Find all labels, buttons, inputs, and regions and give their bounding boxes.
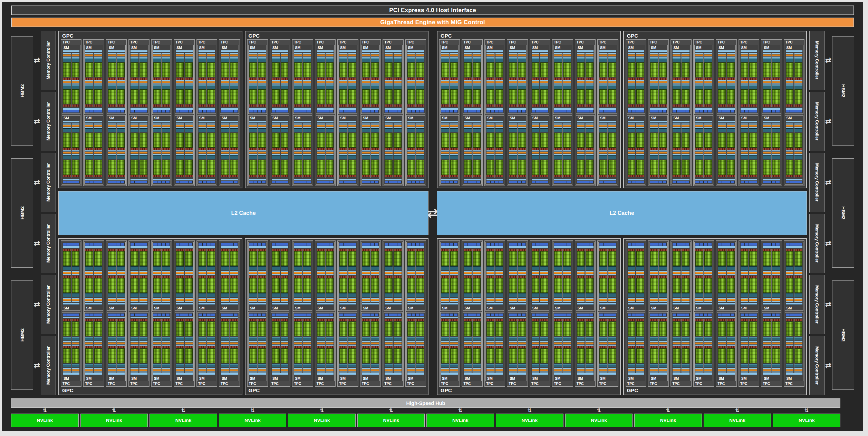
sm-ldst-row <box>207 346 215 348</box>
sm-ldst-row <box>272 249 280 251</box>
sm-register-file-block <box>162 337 170 340</box>
sm-warp-scheduler-bar <box>249 369 257 371</box>
sm-warp-scheduler-bar <box>199 54 206 56</box>
sm-core-grid <box>303 348 311 363</box>
sm-register-file-block <box>704 337 712 340</box>
sm-register-file-block <box>608 85 616 89</box>
sm-core-grid <box>786 348 794 363</box>
sm-dispatch-bar <box>385 57 393 58</box>
sm-core-grid <box>563 321 571 336</box>
sm-dispatch-bar <box>117 123 125 125</box>
sm-ldst-row <box>586 319 594 321</box>
sm-ldst-row <box>786 319 794 321</box>
sm-dispatch-bar <box>199 53 206 54</box>
sm-warp-scheduler-bar <box>695 152 703 153</box>
sm-l1-data-cache-bar <box>85 317 102 318</box>
memory-controller-label: Memory Controller <box>814 102 819 140</box>
sm-dispatch-bar <box>339 298 347 299</box>
sm-core-grid <box>608 278 616 293</box>
sm-core-grid <box>272 133 280 148</box>
sm-dispatch-bar <box>741 345 749 346</box>
sm-warp-scheduler-bar <box>326 125 334 127</box>
sm-dispatch-bar <box>450 371 458 373</box>
sm-register-file-block <box>185 58 193 62</box>
sm-processing-column <box>281 123 289 177</box>
sm-block: SM <box>576 242 595 311</box>
sm-warp-scheduler-bar <box>786 369 794 371</box>
sm-core-grid <box>495 89 503 104</box>
tpc-sm-stack: SMSM <box>384 241 402 382</box>
sm-register-file-block <box>362 337 370 340</box>
sm-warp-scheduler-bar <box>682 369 689 371</box>
sm-dispatch-bar <box>509 274 517 275</box>
sm-register-file-block <box>72 293 80 297</box>
sm-ldst-row <box>249 78 257 80</box>
sm-warp-scheduler-bar <box>362 125 370 127</box>
sm-dispatch-bar <box>199 371 206 373</box>
sm-ldst-row <box>207 78 215 80</box>
sm-processing-column <box>339 123 347 177</box>
tpc-block: TPCSMSM <box>270 240 290 387</box>
sm-l1-cache-bar <box>339 121 356 122</box>
sm-core-grid <box>718 133 726 148</box>
sm-warp-scheduler-bar <box>176 125 184 127</box>
sm-register-file-block <box>153 266 161 270</box>
sm-label: SM <box>718 376 734 381</box>
sm-dispatch-bar <box>294 57 302 58</box>
sm-warp-scheduler-bar <box>394 81 402 83</box>
sm-ldst-row <box>162 249 170 251</box>
gpc-tpc-row: TPCSMSMTPCSMSMTPCSMSMTPCSMSMTPCSMSMTPCSM… <box>61 240 240 387</box>
sm-label: SM <box>599 116 616 120</box>
sm-l1-data-cache-bar <box>464 108 480 110</box>
sm-warp-scheduler-bar <box>704 299 712 301</box>
sm-register-file-block <box>659 128 667 132</box>
sm-tex-unit-row <box>63 243 79 246</box>
sm-warp-scheduler-bar <box>281 125 289 127</box>
sm-dispatch-bar <box>294 53 302 54</box>
sm-warp-scheduler-bar <box>281 369 289 371</box>
sm-core-grid <box>486 321 494 336</box>
tpc-label: TPC <box>220 381 239 386</box>
sm-core-grid <box>162 133 170 148</box>
sm-warp-scheduler-bar <box>786 54 794 56</box>
sm-dispatch-bar <box>394 301 402 302</box>
sm-dispatch-bar <box>532 271 540 272</box>
sm-register-file-block <box>718 155 726 159</box>
sm-label: SM <box>718 116 734 120</box>
sm-warp-scheduler-bar <box>185 299 193 301</box>
sm-label: SM <box>221 116 238 120</box>
sm-label: SM <box>272 306 288 310</box>
sm-register-file-block <box>281 85 289 89</box>
sm-processing-column <box>794 249 802 303</box>
sm-dispatch-bar <box>176 150 184 151</box>
sm-label: SM <box>650 376 667 381</box>
sm-dispatch-bar <box>63 368 71 369</box>
sm-dispatch-bar <box>281 154 289 155</box>
sm-ldst-row <box>772 105 780 107</box>
sm-warp-scheduler-bar <box>727 343 735 344</box>
sm-register-file-block <box>741 364 749 367</box>
sm-ldst-row <box>416 175 424 177</box>
sm-dispatch-bar <box>385 274 393 275</box>
sm-core-grid <box>650 348 658 363</box>
sm-dispatch-bar <box>162 150 170 151</box>
sm-register-file-block <box>540 293 548 297</box>
sm-warp-scheduler-bar <box>199 81 206 83</box>
sm-label: SM <box>294 376 311 381</box>
sm-warp-scheduler-bar <box>599 54 607 56</box>
sm-l1-data-cache-bar <box>272 179 288 180</box>
sm-warp-scheduler-bar <box>207 125 215 127</box>
sm-register-file-block <box>258 155 266 159</box>
sm-warp-scheduler-bar <box>763 299 771 301</box>
sm-warp-scheduler-bar <box>636 152 644 153</box>
sm-block: SM <box>361 242 380 311</box>
sm-ldst-row <box>450 319 458 321</box>
sm-register-file-block <box>249 266 257 270</box>
sm-ldst-row <box>339 148 347 150</box>
sm-dispatch-bar <box>695 341 703 342</box>
sm-dispatch-bar <box>117 341 125 342</box>
sm-ldst-row <box>207 319 215 321</box>
sm-core-grid <box>786 278 794 293</box>
memory-controller-label: Memory Controller <box>46 163 51 201</box>
sm-dispatch-bar <box>495 53 503 54</box>
